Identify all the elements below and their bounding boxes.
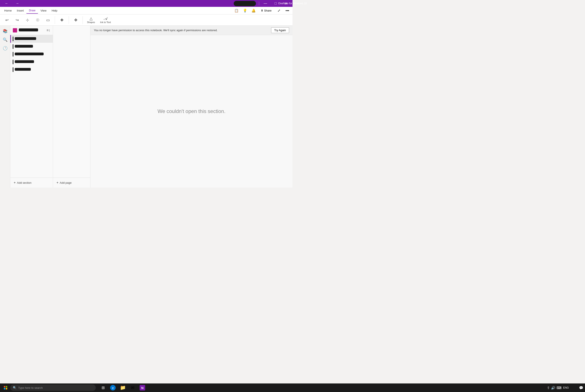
section-item-5[interactable] — [10, 66, 53, 74]
permission-banner: You no longer have permission to access … — [90, 26, 292, 35]
panning-button[interactable]: ✥ — [71, 17, 80, 23]
permission-message: You no longer have permission to access … — [94, 29, 268, 32]
section-item-4[interactable] — [10, 58, 53, 66]
user-profile-blob[interactable] — [234, 1, 256, 6]
try-again-button[interactable]: Try Again — [271, 27, 289, 33]
bell-icon[interactable]: 🔔 — [250, 7, 257, 14]
content-area: You no longer have permission to access … — [90, 26, 292, 188]
more-options-icon[interactable]: ••• — [284, 7, 291, 14]
sections-header: ≡↕ — [10, 26, 53, 35]
section-list — [10, 35, 53, 178]
menu-bar: Home Insert Draw View Help 📋 💡 🔔 ⬆ Share… — [0, 7, 292, 14]
panning-icon: ✥ — [74, 18, 77, 22]
share-icon: ⬆ — [261, 9, 263, 12]
sections-panel: ≡↕ — [10, 26, 53, 188]
add-section-label: Add section — [17, 181, 32, 184]
main-layout: 📚 🔍 🕐 ≡↕ — [0, 26, 292, 188]
ink-to-text-label: Ink to Text — [100, 21, 111, 24]
section-name-1 — [15, 37, 36, 40]
add-section-button[interactable]: + Add section — [13, 180, 50, 186]
pages-footer: + Add page — [53, 178, 90, 188]
section-name-2 — [15, 45, 33, 48]
sections-footer: + Add section — [10, 178, 53, 188]
notebooks-icon[interactable]: 📚 — [1, 27, 9, 35]
add-page-label: Add page — [60, 181, 72, 184]
share-button[interactable]: ⬆ Share — [259, 8, 274, 13]
undo-button[interactable]: ↩ — [3, 17, 11, 23]
redo-button[interactable]: ↪ — [13, 17, 21, 23]
redo-icon: ↪ — [16, 18, 19, 22]
section-bar-4 — [13, 60, 14, 64]
eraser-button[interactable]: ▭ — [44, 17, 52, 23]
touch-button[interactable]: ☉ — [33, 17, 42, 23]
draw-ribbon: ↩ ↪ ⊹ ☉ ▭ ✚ ✥ △ Shapes 𝒜 Ink to Text — [0, 14, 292, 26]
add-page-button[interactable]: + Add page — [56, 180, 88, 186]
menu-view[interactable]: View — [38, 8, 49, 14]
section-name-4 — [15, 60, 34, 64]
app-title: OneNote for Windows 10 — [278, 2, 292, 5]
section-name-3 — [15, 52, 44, 56]
section-name-5 — [15, 68, 31, 71]
touch-icon: ☉ — [36, 18, 39, 22]
title-bar-left: ← → — [2, 0, 22, 7]
lightbulb-icon[interactable]: 💡 — [242, 7, 248, 14]
back-button[interactable]: ← — [2, 0, 12, 7]
menu-bar-right: 📋 💡 🔔 ⬆ Share ⤢ ••• — [233, 7, 291, 14]
shapes-button[interactable]: △ Shapes — [85, 16, 97, 24]
search-icon[interactable]: 🔍 — [1, 36, 9, 44]
minimize-button[interactable]: — — [260, 0, 270, 7]
forward-button[interactable]: → — [13, 0, 22, 7]
sort-icon[interactable]: ≡↕ — [47, 28, 50, 32]
add-pen-button[interactable]: ✚ — [58, 17, 66, 23]
ink-to-text-icon: 𝒜 — [104, 17, 107, 20]
left-icon-bar: 📚 🔍 🕐 — [0, 26, 10, 188]
menu-help[interactable]: Help — [49, 8, 60, 14]
pages-list — [53, 26, 90, 178]
pages-sidebar: + Add page — [53, 26, 90, 188]
menu-draw[interactable]: Draw — [26, 8, 38, 14]
section-bar-1 — [13, 36, 14, 41]
undo-icon: ↩ — [5, 18, 9, 22]
section-item-3[interactable] — [10, 50, 53, 58]
add-section-plus-icon: + — [14, 181, 16, 184]
section-error-text: We couldn't open this section. — [158, 108, 226, 114]
expand-icon[interactable]: ⤢ — [275, 7, 282, 14]
add-pen-icon: ✚ — [60, 18, 64, 22]
lasso-icon: ⊹ — [26, 18, 29, 22]
section-bar-5 — [13, 67, 14, 72]
section-item-2[interactable] — [10, 43, 53, 50]
shapes-icon: △ — [90, 17, 93, 20]
section-bar-3 — [13, 52, 14, 56]
ribbon-separator-3 — [83, 16, 83, 24]
section-bar-2 — [13, 44, 14, 49]
ribbon-separator-2 — [69, 16, 69, 24]
menu-insert[interactable]: Insert — [14, 8, 27, 14]
add-page-plus-icon: + — [57, 181, 58, 184]
notebook-color-icon — [13, 28, 17, 32]
notebook-name — [19, 28, 45, 32]
shapes-label: Shapes — [87, 21, 95, 24]
ribbon-separator-1 — [55, 16, 55, 24]
share-label: Share — [264, 9, 271, 12]
section-content-area: We couldn't open this section. — [90, 35, 292, 188]
recent-icon[interactable]: 🕐 — [1, 44, 9, 52]
eraser-icon: ▭ — [46, 18, 50, 22]
lasso-button[interactable]: ⊹ — [23, 17, 32, 23]
title-divider — [259, 2, 259, 5]
notes-icon[interactable]: 📋 — [233, 7, 240, 14]
menu-home[interactable]: Home — [2, 8, 14, 14]
section-item-1[interactable] — [10, 35, 53, 43]
ink-to-text-button[interactable]: 𝒜 Ink to Text — [98, 16, 112, 24]
title-bar: ← → OneNote for Windows 10 — □ ✕ — [0, 0, 292, 7]
